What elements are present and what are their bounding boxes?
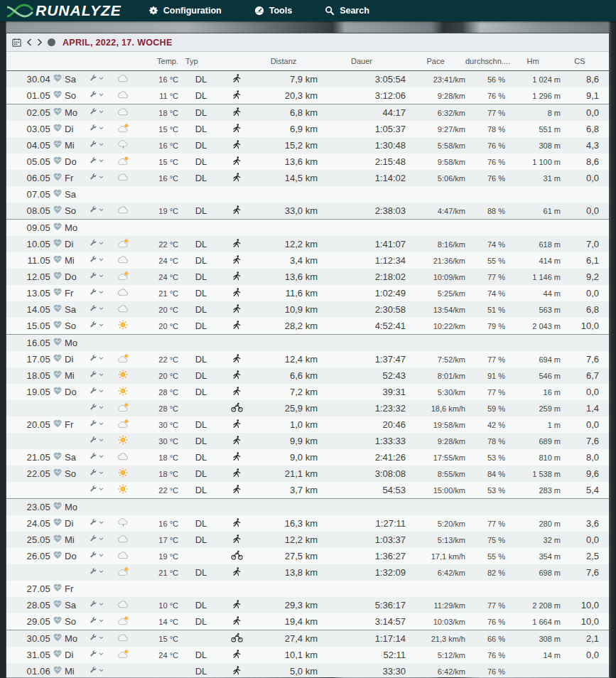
nav-item-tools[interactable]: Tools <box>254 6 292 16</box>
date-label: 10.05 <box>6 239 50 249</box>
activity-row[interactable]: 06.05Fr16 °CDL14,5 km1:14:025:06/km76 %3… <box>6 170 609 186</box>
weather-cell <box>109 633 137 644</box>
nav-item-configuration[interactable]: Configuration <box>148 6 222 16</box>
activity-row[interactable]: 20.05Fr30 °CDL1,0 km20:4619:58/km42 %1 m… <box>6 416 609 433</box>
activity-row[interactable]: 30 °CDL9,9 km1:33:339:28/km78 %689 m7,6 <box>6 433 609 449</box>
activity-row[interactable]: 01.06MiDL5,0 km33:306:42/km76 % <box>6 663 609 677</box>
chevron-left-icon[interactable] <box>26 38 32 46</box>
edit-wrench-button[interactable] <box>85 141 109 149</box>
edit-wrench-button[interactable] <box>85 371 109 379</box>
weekday-label: Mi <box>65 255 85 266</box>
activity-row[interactable]: 31.05Di24 °CDL10,1 km52:115:12/km76 %14 … <box>6 647 609 663</box>
wrench-icon <box>90 240 97 247</box>
column-header-empty <box>50 61 65 62</box>
edit-wrench-button[interactable] <box>85 404 109 411</box>
edit-wrench-button[interactable] <box>85 124 109 132</box>
avg-percent-value: 77 % <box>465 520 505 528</box>
edit-wrench-button[interactable] <box>85 289 109 296</box>
edit-wrench-button[interactable] <box>85 240 109 247</box>
temp-value: 18 °C <box>137 453 178 462</box>
edit-wrench-button[interactable] <box>85 634 109 642</box>
wrench-icon <box>90 387 97 395</box>
elevation-value: 44 m <box>505 289 561 298</box>
edit-wrench-button[interactable] <box>85 535 109 543</box>
activity-row[interactable]: 28 °C25,9 km1:23:3218,6 km/h59 %259 m1,4 <box>6 400 609 416</box>
edit-wrench-button[interactable] <box>85 256 109 264</box>
edit-wrench-button[interactable] <box>85 650 109 658</box>
activity-row[interactable]: 18.05Mi20 °CDL6,6 km52:438:01/km91 %546 … <box>6 367 609 384</box>
cs-value: 0,0 <box>561 205 599 216</box>
temp-value: 28 °C <box>137 404 178 413</box>
edit-wrench-button[interactable] <box>85 551 109 559</box>
activity-row[interactable]: 21.05Sa18 °CDL9,0 km2:41:2617:55/km53 %8… <box>6 449 609 466</box>
activity-row[interactable]: 14.05Sa20 °CDL10,9 km2:30:5813:54/km51 %… <box>6 301 609 318</box>
calendar-icon[interactable] <box>12 38 21 47</box>
activity-row[interactable]: 05.05Do15 °CDL13,6 km2:15:489:58/km76 %1… <box>6 154 609 170</box>
runalyze-logo[interactable]: RUNALYZE <box>6 0 121 21</box>
weekday-label: Mi <box>65 140 85 151</box>
edit-wrench-button[interactable] <box>85 469 109 477</box>
edit-wrench-button[interactable] <box>85 206 109 214</box>
duration-value: 33:30 <box>318 666 406 677</box>
activity-row[interactable]: 10.05Di22 °CDL12,2 km1:41:078:16/km74 %6… <box>6 236 609 252</box>
edit-wrench-button[interactable] <box>85 453 109 461</box>
nav-item-search[interactable]: Search <box>325 6 369 16</box>
edit-wrench-button[interactable] <box>85 321 109 329</box>
activity-row[interactable]: 01.05So11 °CDL20,3 km3:12:069:28/km76 %1… <box>6 87 609 104</box>
activity-row[interactable]: 29.05So14 °CDL19,4 km3:14:5710:03/km76 %… <box>6 613 609 630</box>
activity-row[interactable]: 28.05Sa10 °CDL29,3 km5:36:1711:29/km77 %… <box>6 597 609 613</box>
edit-wrench-button[interactable] <box>85 157 109 165</box>
elevation-value: 308 m <box>505 141 561 150</box>
edit-wrench-button[interactable] <box>85 568 109 576</box>
edit-wrench-button[interactable] <box>85 667 109 674</box>
edit-wrench-button[interactable] <box>85 485 109 493</box>
date-label: 13.05 <box>6 288 50 298</box>
activity-row[interactable]: 17.05Di22 °CDL12,4 km1:37:477:52/km77 %6… <box>6 351 609 367</box>
activity-row[interactable]: 15.05So20 °CDL28,2 km4:52:4110:22/km79 %… <box>6 318 609 334</box>
edit-wrench-button[interactable] <box>85 420 109 428</box>
weather-cell <box>109 320 137 332</box>
avg-percent-value: 53 % <box>465 486 505 495</box>
edit-wrench-button[interactable] <box>85 519 109 527</box>
heartbeat-icon <box>53 354 63 362</box>
activity-row[interactable]: 30.05Mo15 °C27,4 km1:17:1421,3 km/h66 %3… <box>6 630 609 647</box>
edit-wrench-button[interactable] <box>85 75 109 82</box>
chevron-right-icon[interactable] <box>37 38 43 46</box>
activity-row[interactable]: 03.05Di15 °CDL6,9 km1:05:379:27/km78 %55… <box>6 121 609 137</box>
activity-row[interactable]: 11.05Mi24 °CDL3,4 km1:12:3421:36/km55 %4… <box>6 252 609 269</box>
edit-wrench-button[interactable] <box>85 617 109 625</box>
weather-cell <box>109 255 137 266</box>
activity-row[interactable]: 25.05Mi17 °CDL12,2 km1:03:375:13/km75 %3… <box>6 532 609 548</box>
cs-value: 6,7 <box>561 370 599 381</box>
cyclist-icon <box>231 402 243 412</box>
activity-row[interactable]: 02.05Mo18 °CDL6,8 km44:176:32/km77 %8 m0… <box>6 104 609 121</box>
edit-wrench-button[interactable] <box>85 91 109 99</box>
activity-row[interactable]: 30.04Sa16 °CDL7,9 km3:05:5423:41/km56 %1… <box>6 71 609 87</box>
weather-cell <box>109 74 137 85</box>
edit-wrench-button[interactable] <box>85 305 109 313</box>
activity-row[interactable]: 12.05Do24 °CDL13,6 km2:18:0210:09/km77 %… <box>6 269 609 285</box>
edit-wrench-button[interactable] <box>85 387 109 395</box>
activity-row[interactable]: 13.05Fr21 °CDL11,6 km1:02:495:25/km74 %4… <box>6 285 609 301</box>
activity-row[interactable]: 21 °CDL13,8 km1:32:096:42/km82 %698 m7,6 <box>6 564 609 581</box>
today-circle-icon[interactable] <box>48 38 55 46</box>
edit-wrench-button[interactable] <box>85 601 109 608</box>
wrench-cell <box>85 239 109 249</box>
activity-row[interactable]: 08.05So19 °CDL33,0 km2:38:034:47/km88 %6… <box>6 203 609 219</box>
sport-cell <box>224 484 249 497</box>
activity-row[interactable]: 19.05Do28 °CDL7,2 km39:315:30/km77 %16 m… <box>6 384 609 400</box>
edit-wrench-button[interactable] <box>85 272 109 280</box>
activity-row[interactable]: 26.05Do19 °C27,5 km1:36:2717,1 km/h55 %3… <box>6 548 609 564</box>
duration-value: 1:32:09 <box>318 567 406 578</box>
edit-wrench-button[interactable] <box>85 436 109 444</box>
edit-wrench-button[interactable] <box>85 108 109 116</box>
sport-cell <box>224 139 249 152</box>
edit-wrench-button[interactable] <box>85 173 109 181</box>
wrench-icon <box>90 519 97 527</box>
activity-row[interactable]: 22 °CDL3,7 km54:5315:00/km53 %283 m5,4 <box>6 482 609 498</box>
activity-row[interactable]: 24.05Di16 °CDL16,3 km1:27:115:20/km77 %2… <box>6 515 609 532</box>
distance-value: 3,4 km <box>249 255 318 266</box>
activity-row[interactable]: 22.05So18 °CDL21,1 km3:08:088:55/km84 %1… <box>6 466 609 482</box>
edit-wrench-button[interactable] <box>85 355 109 362</box>
activity-row[interactable]: 04.05Mi16 °CDL15,2 km1:30:485:58/km76 %3… <box>6 137 609 154</box>
